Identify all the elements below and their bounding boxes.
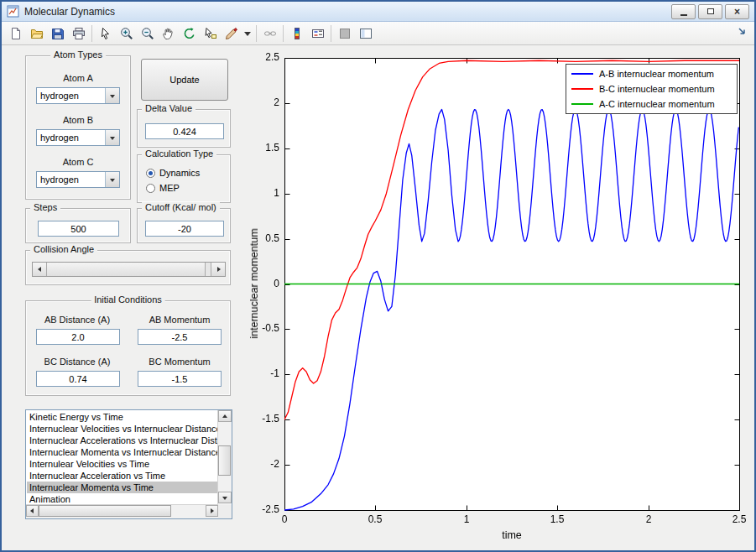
legend-label: A-C internuclear momentum: [599, 99, 715, 109]
list-item[interactable]: Internuclear Accelerations vs Internucle…: [27, 435, 218, 446]
bc-distance-label: BC Distance (A): [26, 357, 128, 367]
scroll-right-arrow[interactable]: [206, 505, 218, 517]
panel-title-atom-types: Atom Types: [50, 49, 106, 60]
insert-legend-button[interactable]: [308, 23, 327, 43]
bc-momentum-label: BC Momentum: [128, 357, 231, 367]
zoom-out-button[interactable]: [138, 23, 157, 43]
list-item[interactable]: Animation: [27, 493, 218, 505]
atom-c-dropdown[interactable]: hydrogen: [36, 171, 120, 188]
save-icon: [51, 27, 65, 40]
list-item[interactable]: Internuclear Momenta vs Internuclear Dis…: [27, 446, 218, 458]
slider-left-arrow[interactable]: [33, 263, 47, 276]
show-plot-tools-button[interactable]: [356, 23, 375, 43]
horizontal-scroll-thumb[interactable]: [39, 505, 171, 517]
show-plot-tools-icon: [359, 27, 373, 40]
plot-canvas[interactable]: [249, 48, 753, 551]
window-title: Molecular Dynamics: [24, 6, 115, 18]
toolbar-separator: [283, 25, 284, 42]
brush-dropdown-button[interactable]: [242, 23, 253, 43]
zoom-in-button[interactable]: [117, 23, 136, 43]
steps-field[interactable]: [38, 221, 119, 237]
open-folder-button[interactable]: [27, 23, 46, 43]
pan-hand-button[interactable]: [159, 23, 178, 43]
insert-colorbar-button[interactable]: [287, 23, 306, 43]
atom-c-value: hydrogen: [37, 172, 105, 187]
radio-dynamics[interactable]: Dynamics: [146, 167, 200, 179]
insert-legend-icon: [311, 27, 325, 40]
toolbar-separator: [256, 25, 257, 42]
data-cursor-icon: [204, 27, 217, 40]
minimize-button[interactable]: [671, 4, 696, 19]
atom-a-label: Atom A: [26, 73, 130, 83]
update-button[interactable]: Update: [141, 59, 228, 101]
restore-icon: [707, 8, 714, 14]
list-item[interactable]: Internuclear Velocities vs Internuclear …: [27, 423, 218, 435]
zoom-out-icon: [141, 27, 154, 40]
horizontal-scrollbar[interactable]: [26, 504, 218, 518]
restore-button[interactable]: [698, 4, 722, 19]
delta-value-field[interactable]: [145, 123, 224, 139]
save-button[interactable]: [48, 23, 67, 43]
data-cursor-button[interactable]: [201, 23, 220, 43]
atom-a-value: hydrogen: [37, 88, 105, 103]
hide-plot-tools-icon: [338, 27, 352, 40]
legend-line-sample: [571, 88, 593, 90]
horizontal-scroll-track[interactable]: [39, 505, 206, 518]
new-file-icon: [9, 27, 23, 40]
scroll-down-arrow[interactable]: [218, 492, 232, 503]
legend-entry: B-C internuclear momentum: [571, 81, 737, 96]
panel-title-steps: Steps: [30, 202, 60, 212]
close-button[interactable]: ×: [725, 4, 749, 19]
print-icon: [72, 27, 86, 40]
ab-distance-field[interactable]: [36, 329, 120, 345]
rotate-3d-button[interactable]: [180, 23, 199, 43]
radio-unselected-icon[interactable]: [146, 184, 155, 193]
cutoff-field[interactable]: [145, 221, 224, 237]
open-folder-icon: [30, 27, 44, 40]
scrollbar-corner: [218, 505, 232, 518]
new-file-button[interactable]: [6, 23, 25, 43]
list-item[interactable]: Internulear Velocities vs Time: [27, 458, 218, 470]
x-axis-label: time: [502, 529, 522, 541]
radio-mep[interactable]: MEP: [146, 182, 180, 194]
scroll-up-arrow[interactable]: [218, 410, 232, 422]
scroll-left-arrow[interactable]: [26, 505, 39, 517]
collision-angle-slider[interactable]: [32, 262, 226, 277]
bc-momentum-field[interactable]: [138, 371, 222, 387]
bc-distance-field[interactable]: [36, 371, 120, 387]
brush-button[interactable]: [222, 23, 241, 43]
ab-momentum-field[interactable]: [138, 329, 222, 345]
atom-b-dropdown[interactable]: hydrogen: [36, 129, 120, 146]
print-button[interactable]: [69, 23, 88, 43]
radio-selected-icon[interactable]: [146, 169, 155, 178]
list-item[interactable]: Kinetic Energy vs Time: [27, 411, 218, 423]
vertical-scroll-track[interactable]: [218, 422, 232, 492]
insert-colorbar-icon: [290, 27, 304, 40]
plot-type-listbox: Kinetic Energy vs TimeInternuclear Veloc…: [25, 409, 232, 519]
radio-mep-label: MEP: [159, 183, 180, 193]
list-item[interactable]: Internuclear Acceleration vs Time: [27, 470, 218, 482]
vertical-scrollbar[interactable]: [217, 410, 232, 505]
slider-thumb[interactable]: [47, 263, 206, 276]
list-item[interactable]: Internuclear Momenta vs Time: [27, 482, 218, 493]
panel-title-calculation: Calculation Type: [142, 148, 216, 159]
panel-title-initial-conditions: Initial Conditions: [91, 294, 165, 305]
vertical-scroll-thumb[interactable]: [218, 445, 231, 476]
legend-entry: A-B internuclear momentum: [571, 66, 737, 81]
atom-a-dropdown[interactable]: hydrogen: [36, 87, 120, 104]
chevron-down-icon[interactable]: [105, 88, 119, 103]
hide-plot-tools-button[interactable]: [335, 23, 354, 43]
slider-right-arrow[interactable]: [211, 263, 225, 276]
chevron-down-icon[interactable]: [105, 172, 119, 187]
link-plot-button[interactable]: [260, 23, 279, 43]
dock-figure-icon[interactable]: [736, 25, 749, 39]
steps-panel: Steps: [25, 208, 131, 243]
chevron-down-icon[interactable]: [105, 130, 119, 145]
legend-line-sample: [571, 103, 593, 105]
legend-label: B-C internuclear momentum: [599, 84, 715, 94]
delta-value-panel: Delta Value: [137, 109, 231, 148]
link-plot-icon: [263, 27, 277, 40]
edit-plot-cursor-button[interactable]: [96, 23, 115, 43]
radio-dynamics-label: Dynamics: [159, 168, 200, 178]
legend-label: A-B internuclear momentum: [599, 69, 714, 79]
